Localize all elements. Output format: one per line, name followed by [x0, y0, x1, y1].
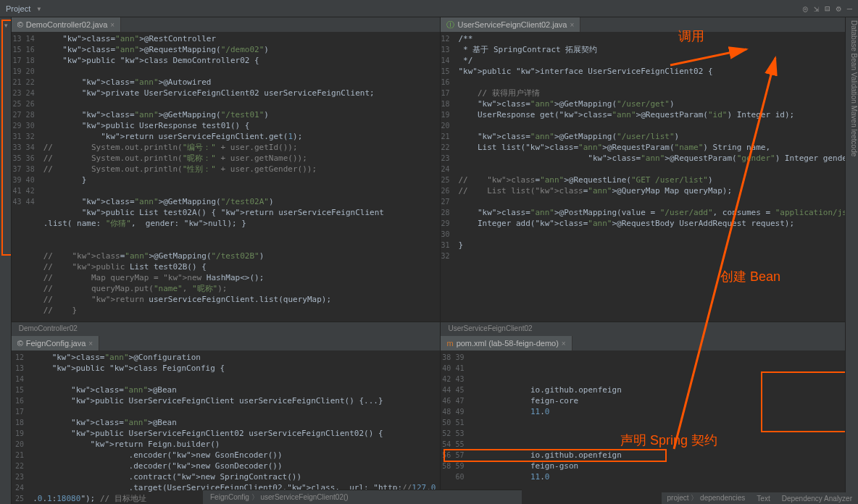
tree-item-labx-21[interactable]: ▸📁labx-21	[0, 487, 12, 498]
java-icon: ©	[17, 339, 23, 348]
tree-item-labx-01[interactable]: ▸📁labx-01	[0, 270, 12, 281]
tree-item-labx-09[interactable]: ▸📁labx-09	[0, 357, 12, 368]
code-area[interactable]: /** * 基于 SpringContract 拓展契约 */ "kw">pub…	[454, 32, 858, 322]
java-icon: ©	[17, 20, 23, 29]
gutter: 13 14 15 16 17 18 19 20 21 22 23 24 25 2…	[12, 32, 39, 322]
tree-item-feign[interactable]: ▾📦feign	[0, 140, 12, 151]
status-bar-br: project 〉 dependencies Text Dependency A…	[662, 492, 859, 504]
tree-item-labx-12[interactable]: ▸📁labx-12	[0, 390, 12, 400]
code-area[interactable]: io.github.openfeign feign-core 11.0 io.g…	[468, 350, 857, 504]
breadcrumb-tl[interactable]: DemoController02	[12, 322, 441, 336]
gutter: 38 39 40 41 42 43 44 45 46 47 48 49 50 5…	[441, 350, 468, 504]
editor-tl[interactable]: 13 14 15 16 17 18 19 20 21 22 23 24 25 2…	[12, 32, 441, 322]
tab-text[interactable]: Text	[757, 495, 770, 503]
tree-item-labx-17[interactable]: ▸📁labx-17	[0, 444, 12, 455]
tree-item-labx-05[interactable]: ▸📁labx-05	[0, 314, 12, 324]
maven-icon: m	[446, 339, 453, 348]
tree-item-lab-58-feign-demo[interactable]: ▾📁lab-58-feign-demo	[0, 31, 12, 42]
right-tool-strip: Database Bean Validation Maven leetcode	[845, 17, 858, 504]
tree-item-labx-08[interactable]: ▸📁labx-08	[0, 346, 12, 357]
editor-tabs-tl: ©DemoController02.java×	[12, 17, 441, 32]
gutter: 12 13 14 15 16 17 18 19 20 21 22 23 24 2…	[441, 32, 454, 322]
editor-br[interactable]: 38 39 40 41 42 43 44 45 46 47 48 49 50 5…	[441, 350, 857, 504]
tree-item-test[interactable]: ▸📁test	[0, 216, 12, 227]
hide-icon[interactable]: —	[847, 4, 852, 14]
tree-item-democontroller[interactable]: ©DemoController	[0, 118, 12, 129]
project-tree-panel: ▾📁lab-58▾📁lab-58-feign-demo▾📁src▾📁main▾📁…	[0, 17, 12, 504]
tree-item-userservicefeignclient02[interactable]: ⒾUserServiceFeignClient02	[0, 183, 12, 194]
tool-beanvalidation[interactable]: Bean Validation	[850, 54, 858, 104]
editor-tr[interactable]: 12 13 14 15 16 17 18 19 20 21 22 23 24 2…	[441, 32, 857, 322]
gutter: 12 13 14 15 16 17 18 19 20 21 22 23 24 2…	[12, 350, 28, 504]
close-icon[interactable]: ×	[562, 340, 566, 348]
tree-item-pom-xml[interactable]: mpom.xml	[0, 238, 12, 248]
tab-feignconfig[interactable]: ©FeignConfig.java×	[12, 336, 100, 350]
close-icon[interactable]: ×	[110, 21, 114, 29]
tree-item-democontroller02[interactable]: ©DemoController02	[0, 129, 12, 140]
tool-window-header: Project ▾ ◎ ⇲ ⊟ ⚙ —	[0, 0, 858, 17]
tree-item-cn-iocoder-springboot-lab58-feigndemo[interactable]: ▾📦cn.iocoder.springboot.lab58.feigndemo	[0, 75, 12, 85]
tree-item-config[interactable]: ▾📦config	[0, 85, 12, 96]
tree-item-response[interactable]: ▸📦response	[0, 161, 12, 172]
tree-item-labx-02[interactable]: ▸📁labx-02	[0, 281, 12, 292]
tool-database[interactable]: Database	[850, 20, 858, 51]
breadcrumb-bl[interactable]: FeignConfig 〉 userServiceFeignClient02()	[203, 490, 522, 504]
close-icon[interactable]: ×	[88, 340, 93, 348]
collapse-icon[interactable]: ⊟	[825, 4, 830, 14]
tree-item-labx-04[interactable]: ▸📁labx-04	[0, 303, 12, 314]
editor-bl[interactable]: 12 13 14 15 16 17 18 19 20 21 22 23 24 2…	[12, 350, 441, 504]
tree-item-src[interactable]: ▾📁src	[0, 42, 12, 53]
editor-tabs-tr: ⒾUserServiceFeignClient02.java×	[441, 17, 857, 32]
tree-item-feigndemoapplication[interactable]: ©FeignDemoApplication	[0, 194, 12, 205]
tab-depanalyzer[interactable]: Dependency Analyzer	[782, 495, 852, 503]
tree-item-labx-18[interactable]: ▸📁labx-18	[0, 455, 12, 466]
tree-item-java[interactable]: ▾📁java	[0, 64, 12, 75]
tree-item-target[interactable]: ▸📁target	[0, 227, 12, 238]
tree-item-labx-13[interactable]: ▸📁labx-13	[0, 400, 12, 411]
gear-icon[interactable]: ⚙	[836, 4, 841, 14]
tree-item-userservicefeignclient[interactable]: ⒾUserServiceFeignClient	[0, 172, 12, 183]
expand-icon[interactable]: ⇲	[814, 4, 819, 14]
project-label[interactable]: Project	[6, 4, 30, 13]
tool-leetcode[interactable]: leetcode	[850, 129, 858, 156]
editor-tabs-br: mpom.xml (lab-58-feign-demo)×	[441, 336, 857, 350]
tree-item-main[interactable]: ▾📁main	[0, 53, 12, 64]
breadcrumb-br[interactable]: project 〉 dependencies	[667, 493, 746, 503]
target-icon[interactable]: ◎	[803, 4, 808, 14]
tree-item-labx-16[interactable]: ▸📁labx-16	[0, 433, 12, 444]
close-icon[interactable]: ×	[570, 21, 574, 29]
tree-item-feignconfig[interactable]: ©FeignConfig	[0, 96, 12, 107]
tab-democontroller02[interactable]: ©DemoController02.java×	[12, 17, 121, 32]
tree-item-pom-xml[interactable]: mpom.xml	[0, 259, 12, 270]
tree-item-request[interactable]: ▸📦request	[0, 151, 12, 161]
project-tree[interactable]: ▾📁lab-58▾📁lab-58-feign-demo▾📁src▾📁main▾📁…	[0, 17, 11, 504]
tab-userservicefeignclient02[interactable]: ⒾUserServiceFeignClient02.java×	[441, 17, 580, 32]
tree-item-labx-14[interactable]: ▸📁labx-14	[0, 411, 12, 422]
tab-pomxml[interactable]: mpom.xml (lab-58-feign-demo)×	[441, 336, 572, 350]
breadcrumb-tr[interactable]: UserServiceFeignClient02	[441, 322, 857, 336]
tree-item-labx-03[interactable]: ▸📁labx-03	[0, 292, 12, 303]
tree-item-resources[interactable]: ▸📁resources	[0, 205, 12, 216]
tree-item-lab-58-user-service[interactable]: ▸📁lab-58-user-service	[0, 248, 12, 259]
tree-item-labx-10[interactable]: ▸📁labx-10	[0, 368, 12, 379]
code-area[interactable]: "kw">class="ann">@Configuration "kw">pub…	[28, 350, 440, 504]
chevron-down-icon[interactable]: ▾	[36, 4, 41, 14]
code-area[interactable]: "kw">class="ann">@RestController "kw">cl…	[39, 32, 441, 322]
tree-item-controller[interactable]: ▾📦controller	[0, 107, 12, 118]
tree-item-labx-06[interactable]: ▸📁labx-06	[0, 324, 12, 335]
tree-item-labx-07[interactable]: ▸📁labx-07	[0, 335, 12, 346]
interface-icon: Ⓘ	[446, 20, 454, 30]
tree-item-labx-22[interactable]: ▸📁labx-22	[0, 498, 12, 504]
tree-item-labx-20[interactable]: ▸📁labx-20	[0, 476, 12, 487]
tree-item-labx-11[interactable]: ▸📁labx-11	[0, 379, 12, 390]
tree-item-labx-19[interactable]: ▸📁labx-19	[0, 466, 12, 476]
editor-tabs-bl: ©FeignConfig.java×	[12, 336, 441, 350]
tool-maven[interactable]: Maven	[850, 106, 858, 127]
tree-item-labx-15[interactable]: ▸📁labx-15	[0, 422, 12, 433]
